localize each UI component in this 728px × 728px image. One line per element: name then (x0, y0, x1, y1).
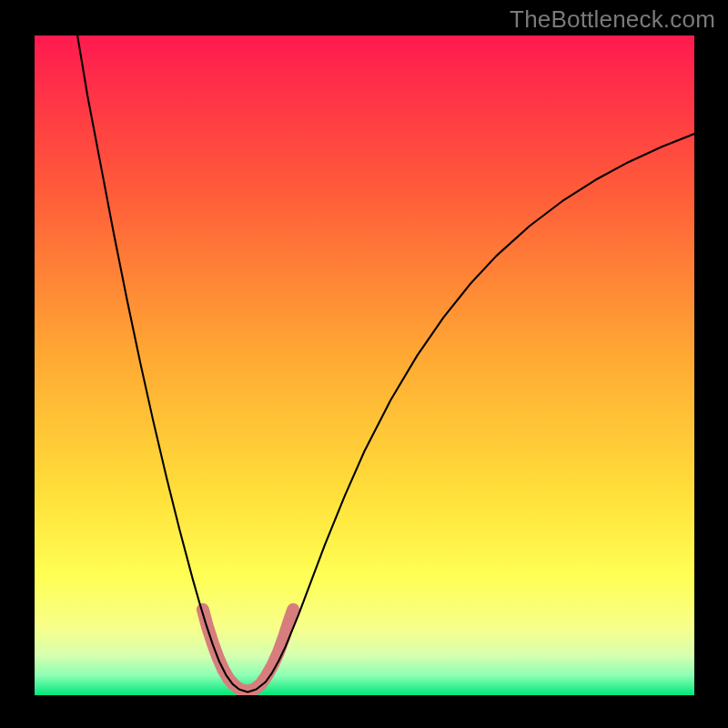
plot-background (35, 35, 694, 695)
bottleneck-chart (35, 35, 694, 695)
watermark-text: TheBottleneck.com (510, 5, 715, 34)
chart-frame: TheBottleneck.com (0, 0, 728, 728)
